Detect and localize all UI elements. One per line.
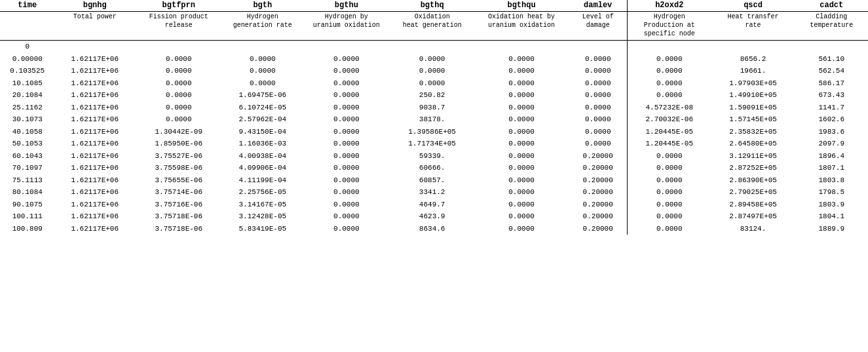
cell-qscd: 1.49910E+05 xyxy=(711,89,795,102)
cell-qscd: 2.87497E+05 xyxy=(711,210,795,223)
cell-bgthqu: 0.0000 xyxy=(474,89,569,102)
cell-bgthq: 1.71734E+05 xyxy=(390,138,474,150)
cell-damlev: 0.0000 xyxy=(569,77,627,90)
data-table-container: time bgnhg bgtfprn bgth bgthu bgthq bgth… xyxy=(0,0,868,235)
col-header-bgtfprn: bgtfprn xyxy=(135,0,223,12)
cell-damlev: 0.20000 xyxy=(569,174,627,187)
cell-bgthqu: 0.0000 xyxy=(474,126,569,138)
cell-cadct: 561.10 xyxy=(795,53,868,66)
table-row: 100.8091.62117E+063.75718E-065.83419E-05… xyxy=(0,223,868,235)
cell-bgthu: 0.0000 xyxy=(303,199,390,211)
col-header-time: time xyxy=(0,0,55,12)
col-header-bgnhg: bgnhg xyxy=(55,0,135,12)
cell-qscd: 2.89458E+05 xyxy=(711,199,795,211)
cell-bgthq: 1.39586E+05 xyxy=(390,126,474,138)
cell-bgnhg: 1.62117E+06 xyxy=(55,150,135,163)
cell-bgnhg: 1.62117E+06 xyxy=(55,162,135,174)
table-row: 60.10431.62117E+063.75527E-064.00938E-04… xyxy=(0,150,868,163)
cell-bgthu: 0.0000 xyxy=(303,77,390,90)
cell-bgthq xyxy=(390,41,474,53)
cell-time: 50.1053 xyxy=(0,138,55,150)
col-header-bgthq: bgthq xyxy=(390,0,474,12)
col-sub-bgthu: Hydrogen byuranium oxidation xyxy=(303,12,390,41)
cell-bgth: 0.0000 xyxy=(223,65,303,77)
cell-cadct: 1804.1 xyxy=(795,210,868,223)
cell-bgthqu: 0.0000 xyxy=(474,223,569,235)
cell-bgthu: 0.0000 xyxy=(303,113,390,126)
cell-time: 70.1097 xyxy=(0,162,55,174)
cell-bgthqu: 0.0000 xyxy=(474,210,569,223)
cell-time: 0.00000 xyxy=(0,53,55,66)
cell-qscd: 83124. xyxy=(711,223,795,235)
col-sub-time xyxy=(0,12,55,41)
cell-bgthq: 60666. xyxy=(390,162,474,174)
cell-bgnhg: 1.62117E+06 xyxy=(55,126,135,138)
cell-damlev: 0.20000 xyxy=(569,199,627,211)
cell-bgtfprn: 1.85950E-06 xyxy=(135,138,223,150)
cell-bgthu: 0.0000 xyxy=(303,174,390,187)
cell-bgtfprn: 0.0000 xyxy=(135,102,223,114)
cell-bgthu: 0.0000 xyxy=(303,102,390,114)
cell-bgthqu: 0.0000 xyxy=(474,113,569,126)
cell-bgtfprn: 0.0000 xyxy=(135,113,223,126)
cell-bgthqu: 0.0000 xyxy=(474,150,569,163)
cell-time: 100.111 xyxy=(0,210,55,223)
table-row: 100.1111.62117E+063.75718E-063.12428E-05… xyxy=(0,210,868,223)
cell-h2oxd2: 0.0000 xyxy=(627,77,711,90)
cell-h2oxd2: 1.20445E-05 xyxy=(627,126,711,138)
cell-bgthu: 0.0000 xyxy=(303,162,390,174)
cell-bgthqu: 0.0000 xyxy=(474,199,569,211)
col-header-bgthqu: bgthqu xyxy=(474,0,569,12)
cell-time: 20.1084 xyxy=(0,89,55,102)
cell-time: 40.1058 xyxy=(0,126,55,138)
cell-bgtfprn: 1.30442E-09 xyxy=(135,126,223,138)
cell-bgthq: 59339. xyxy=(390,150,474,163)
cell-time: 75.1113 xyxy=(0,174,55,187)
cell-h2oxd2: 0.0000 xyxy=(627,65,711,77)
cell-bgthqu: 0.0000 xyxy=(474,162,569,174)
cell-bgth xyxy=(223,41,303,53)
cell-qscd: 2.64580E+05 xyxy=(711,138,795,150)
cell-h2oxd2: 0.0000 xyxy=(627,53,711,66)
cell-bgnhg: 1.62117E+06 xyxy=(55,65,135,77)
cell-h2oxd2: 0.0000 xyxy=(627,89,711,102)
cell-bgnhg: 1.62117E+06 xyxy=(55,89,135,102)
cell-damlev: 0.0000 xyxy=(569,113,627,126)
header-row-subtitles: Total power Fission productrelease Hydro… xyxy=(0,12,868,41)
table-row: 0.000001.62117E+060.00000.00000.00000.00… xyxy=(0,53,868,66)
cell-qscd: 1.59091E+05 xyxy=(711,102,795,114)
cell-h2oxd2: 1.20445E-05 xyxy=(627,138,711,150)
cell-qscd: 2.79025E+05 xyxy=(711,186,795,199)
cell-bgthq: 8634.6 xyxy=(390,223,474,235)
cell-h2oxd2: 0.0000 xyxy=(627,174,711,187)
cell-damlev: 0.0000 xyxy=(569,138,627,150)
cell-qscd: 8656.2 xyxy=(711,53,795,66)
cell-damlev: 0.0000 xyxy=(569,126,627,138)
cell-bgthqu: 0.0000 xyxy=(474,174,569,187)
cell-bgtfprn: 0.0000 xyxy=(135,53,223,66)
cell-time: 90.1075 xyxy=(0,199,55,211)
col-sub-damlev: Level ofdamage xyxy=(569,12,627,41)
cell-cadct xyxy=(795,41,868,53)
cell-h2oxd2: 0.0000 xyxy=(627,162,711,174)
cell-damlev: 0.20000 xyxy=(569,210,627,223)
cell-damlev: 0.20000 xyxy=(569,150,627,163)
cell-bgnhg: 1.62117E+06 xyxy=(55,113,135,126)
col-header-qscd: qscd xyxy=(711,0,795,12)
cell-bgthu: 0.0000 xyxy=(303,126,390,138)
cell-bgth: 9.43150E-04 xyxy=(223,126,303,138)
cell-time: 0.103525 xyxy=(0,65,55,77)
cell-bgthqu: 0.0000 xyxy=(474,53,569,66)
cell-bgnhg: 1.62117E+06 xyxy=(55,53,135,66)
cell-h2oxd2: 0.0000 xyxy=(627,186,711,199)
col-header-cadct: cadct xyxy=(795,0,868,12)
table-row: 0 xyxy=(0,41,868,53)
cell-bgthq: 3341.2 xyxy=(390,186,474,199)
cell-h2oxd2: 0.0000 xyxy=(627,150,711,163)
cell-cadct: 1141.7 xyxy=(795,102,868,114)
cell-cadct: 1807.1 xyxy=(795,162,868,174)
cell-bgthq: 0.0000 xyxy=(390,77,474,90)
cell-bgtfprn: 3.75716E-06 xyxy=(135,199,223,211)
cell-h2oxd2: 0.0000 xyxy=(627,223,711,235)
cell-bgth: 2.57962E-04 xyxy=(223,113,303,126)
